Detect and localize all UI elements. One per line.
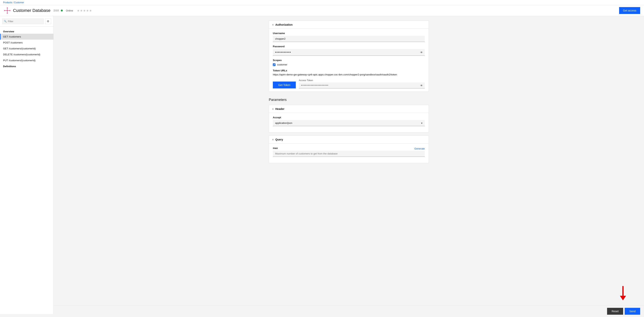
content-inner: ∧ Authorization Username Password 👁: [263, 16, 435, 185]
status-indicator: [61, 10, 63, 12]
svg-point-8: [10, 10, 10, 11]
accept-select[interactable]: application/json application/xml text/pl…: [273, 120, 425, 126]
username-field-group: Username: [273, 32, 425, 42]
filter-settings-icon: ⚙: [47, 20, 49, 23]
authorization-chevron-icon: ∧: [272, 23, 274, 26]
query-subsection-header[interactable]: ∧ Query: [269, 136, 428, 144]
sidebar-item-post-customers[interactable]: POST /customers: [0, 40, 54, 46]
svg-point-7: [4, 10, 5, 11]
accept-label: Accept: [273, 116, 425, 119]
parameters-title: Parameters: [269, 98, 429, 102]
filter-input-wrap: 🔍: [2, 19, 44, 24]
password-field-group: Password 👁: [273, 45, 425, 56]
scope-customer-label: customer: [277, 63, 287, 66]
get-access-button[interactable]: Get access: [619, 7, 640, 14]
header-left: Customer Database 2.0.0 Online ★ ★ ★ ★ ★: [4, 7, 92, 14]
header-subsection: ∧ Header Accept application/json applica…: [269, 105, 429, 132]
scope-customer-item: customer: [273, 63, 425, 66]
content-area: ∧ Authorization Username Password 👁: [54, 16, 644, 314]
page-header: Customer Database 2.0.0 Online ★ ★ ★ ★ ★…: [0, 5, 644, 16]
page-title: Customer Database: [13, 8, 50, 13]
main-layout: 🔍 ⚙ Overview GET /customers POST /custom…: [0, 16, 644, 314]
breadcrumb-separator: /: [13, 1, 14, 4]
star-3: ★: [83, 9, 86, 13]
status-label: Online: [66, 9, 73, 12]
sidebar-item-get-customers-id[interactable]: GET /customers/{customerId}: [0, 46, 54, 52]
header-logo: [4, 7, 11, 14]
accept-field-group: Accept application/json application/xml …: [273, 116, 425, 126]
query-subsection-title: Query: [275, 138, 283, 141]
username-label: Username: [273, 32, 425, 35]
query-subsection: ∧ Query max Generate: [269, 136, 429, 163]
access-token-input[interactable]: [299, 83, 425, 88]
sidebar-nav: Overview GET /customers POST /customers …: [0, 27, 54, 71]
accept-select-wrap: application/json application/xml text/pl…: [273, 120, 425, 126]
send-button[interactable]: Send: [625, 308, 640, 314]
access-token-field: 👁: [299, 83, 425, 88]
star-4: ★: [86, 9, 89, 13]
password-field-wrap: 👁: [273, 49, 425, 56]
token-row: Get Token Access Token 👁: [273, 79, 425, 88]
password-eye-icon[interactable]: 👁: [420, 51, 423, 54]
access-token-eye-icon[interactable]: 👁: [420, 84, 423, 87]
scopes-field-group: Scopes customer: [273, 59, 425, 66]
token-urls-field-group: Token URLs https://apim-demo-gw-gateway-…: [273, 69, 425, 76]
query-subsection-chevron-icon: ∧: [272, 138, 274, 141]
max-label: max: [273, 147, 278, 150]
scopes-label: Scopes: [273, 59, 425, 62]
breadcrumb: Products / Customer: [0, 0, 644, 5]
sidebar-item-overview[interactable]: Overview: [0, 28, 54, 34]
get-token-button[interactable]: Get Token: [273, 82, 296, 88]
star-5: ★: [89, 9, 92, 13]
filter-settings-button[interactable]: ⚙: [45, 18, 51, 24]
svg-point-5: [7, 8, 8, 9]
header-subsection-body: Accept application/json application/xml …: [269, 113, 428, 132]
token-url-text: https://apim-demo-gw-gateway-cp4i-apic.a…: [273, 73, 425, 76]
max-field-header: max Generate: [273, 147, 425, 151]
authorization-section-header[interactable]: ∧ Authorization: [269, 21, 428, 29]
header-subsection-header[interactable]: ∧ Header: [269, 105, 428, 113]
header-subsection-chevron-icon: ∧: [272, 108, 274, 110]
bottom-bar: Reset Send: [54, 305, 644, 314]
generate-link[interactable]: Generate: [414, 147, 425, 150]
authorization-section-body: Username Password 👁 Scopes: [269, 29, 428, 92]
access-token-label: Access Token: [299, 79, 425, 82]
rating-stars: ★ ★ ★ ★ ★: [77, 9, 92, 13]
username-input[interactable]: [273, 36, 425, 42]
authorization-section-title: Authorization: [275, 23, 292, 26]
version-badge: 2.0.0: [54, 9, 59, 12]
password-input[interactable]: [273, 49, 425, 56]
sidebar-item-delete-customers-id[interactable]: DELETE /customers/{customerId}: [0, 52, 54, 58]
parameters-section: Parameters ∧ Header Accept application/j…: [269, 98, 429, 163]
svg-point-0: [7, 10, 8, 11]
sidebar: 🔍 ⚙ Overview GET /customers POST /custom…: [0, 16, 54, 314]
token-urls-label: Token URLs: [273, 69, 425, 72]
breadcrumb-customer[interactable]: Customer: [14, 1, 24, 4]
query-subsection-body: max Generate: [269, 144, 428, 163]
sidebar-item-definitions[interactable]: Definitions: [0, 63, 54, 69]
access-token-wrap: Access Token 👁: [299, 79, 425, 88]
sidebar-item-put-customers-id[interactable]: PUT /customers/{customerId}: [0, 58, 54, 63]
reset-button[interactable]: Reset: [607, 308, 623, 314]
authorization-section: ∧ Authorization Username Password 👁: [269, 21, 429, 92]
password-label: Password: [273, 45, 425, 48]
star-2: ★: [80, 9, 83, 13]
max-input[interactable]: [273, 151, 425, 157]
search-icon: 🔍: [4, 20, 7, 23]
sidebar-filter-area: 🔍 ⚙: [0, 16, 54, 27]
header-subsection-title: Header: [275, 107, 284, 110]
star-1: ★: [77, 9, 80, 13]
filter-input[interactable]: [2, 19, 44, 24]
max-field-group: max Generate: [273, 147, 425, 157]
svg-point-6: [7, 13, 8, 14]
sidebar-item-get-customers[interactable]: GET /customers: [0, 34, 54, 40]
breadcrumb-products[interactable]: Products: [3, 1, 12, 4]
scope-customer-checkbox[interactable]: [273, 63, 276, 66]
